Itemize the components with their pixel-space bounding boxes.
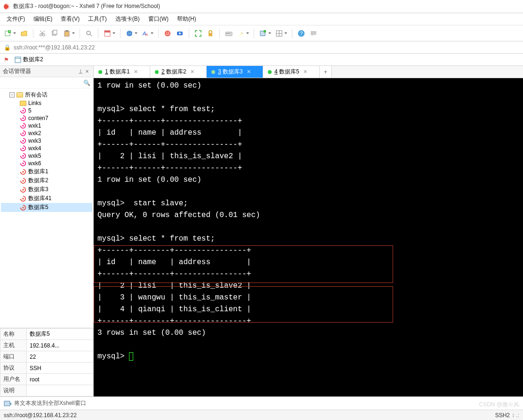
svg-rect-44 bbox=[4, 401, 10, 406]
broadcast-bar[interactable]: 将文本发送到全部Xshell窗口 bbox=[0, 396, 523, 410]
chat-button[interactable] bbox=[308, 28, 319, 39]
svg-point-33 bbox=[22, 125, 24, 127]
session-tree[interactable]: −所有会话Links5conten7wxk1wxk2wxk3wxk4wxk5wx… bbox=[0, 89, 93, 328]
svg-rect-30 bbox=[15, 57, 21, 63]
tree-item-label: 数据库5 bbox=[28, 203, 48, 211]
svg-point-19 bbox=[179, 32, 181, 34]
tab-close-button[interactable]: ✕ bbox=[303, 69, 307, 75]
highlight-button[interactable] bbox=[236, 28, 246, 39]
svg-point-39 bbox=[22, 171, 24, 173]
status-protocol: SSH2 bbox=[495, 412, 510, 419]
help-button[interactable]: ? bbox=[296, 28, 306, 39]
new-session-button[interactable]: + bbox=[3, 28, 13, 39]
tree-item[interactable]: wxk5 bbox=[1, 152, 92, 160]
flag-icon[interactable]: ⚑ bbox=[4, 57, 9, 63]
tree-item-label: 5 bbox=[28, 107, 32, 114]
keyboard-button[interactable] bbox=[224, 28, 234, 39]
tab[interactable]: 2 数据库2✕ bbox=[150, 66, 207, 78]
new-window-button[interactable] bbox=[258, 28, 268, 39]
tree-item[interactable]: wxk2 bbox=[1, 129, 92, 137]
tree-item-label: Links bbox=[28, 100, 41, 106]
menu-window[interactable]: 窗口(W) bbox=[145, 13, 172, 25]
bookmark-item[interactable]: 数据库2 bbox=[13, 55, 45, 65]
cut-button[interactable] bbox=[37, 28, 48, 39]
tree-item[interactable]: wxk4 bbox=[1, 145, 92, 152]
globe-button[interactable] bbox=[124, 28, 135, 39]
svg-rect-8 bbox=[64, 31, 69, 36]
tree-item[interactable]: wxk6 bbox=[1, 160, 92, 167]
tree-item[interactable]: 数据库5 bbox=[1, 203, 92, 212]
connection-dot-icon bbox=[98, 70, 102, 74]
tree-item[interactable]: 数据库1 bbox=[1, 167, 92, 176]
svg-rect-26 bbox=[264, 30, 266, 32]
session-icon bbox=[20, 160, 26, 167]
menu-view[interactable]: 查看(V) bbox=[57, 13, 83, 25]
lock-button[interactable] bbox=[205, 28, 216, 39]
tab-close-button[interactable]: ✕ bbox=[134, 69, 138, 75]
toolbar: + AA @ ? bbox=[0, 25, 523, 41]
broadcast-icon bbox=[4, 400, 11, 407]
properties-button[interactable] bbox=[102, 28, 113, 39]
tab-label: 2 数据库2 bbox=[161, 68, 186, 76]
tab[interactable]: 1 数据库1✕ bbox=[94, 66, 150, 78]
link-button[interactable] bbox=[175, 28, 185, 39]
properties-grid: 名称数据库5主机192.168.4...端口22协议SSH用户名root说明 bbox=[0, 328, 93, 396]
layout-button[interactable] bbox=[274, 28, 284, 39]
window-title: 数据库3 - root@bogon:~ - Xshell 7 (Free for… bbox=[13, 2, 160, 10]
tree-item[interactable]: 数据库2 bbox=[1, 176, 92, 185]
tree-item[interactable]: wxk1 bbox=[1, 122, 92, 129]
svg-rect-20 bbox=[209, 33, 212, 36]
tree-item[interactable]: Links bbox=[1, 99, 92, 107]
font-button[interactable]: AA bbox=[140, 28, 151, 39]
terminal[interactable]: 1 row in set (0.00 sec) mysql> select * … bbox=[94, 78, 523, 396]
broadcast-label: 将文本发送到全部Xshell窗口 bbox=[14, 399, 86, 407]
svg-point-35 bbox=[22, 140, 24, 142]
svg-point-34 bbox=[22, 132, 24, 134]
tab-close-button[interactable]: ✕ bbox=[190, 69, 194, 75]
tree-item[interactable]: conten7 bbox=[1, 114, 92, 122]
tab[interactable]: 3 数据库3✕ bbox=[207, 66, 263, 78]
session-icon bbox=[20, 145, 26, 152]
copy-button[interactable] bbox=[49, 28, 60, 39]
fullscreen-button[interactable] bbox=[193, 28, 203, 39]
menu-edit[interactable]: 编辑(E) bbox=[30, 13, 56, 25]
folder-icon bbox=[20, 101, 26, 106]
tree-item[interactable]: 数据库3 bbox=[1, 185, 92, 194]
panel-close-button[interactable]: × bbox=[84, 68, 90, 75]
status-bar: ssh://root@192.168.41.23:22 SSH2 ↕ .: bbox=[0, 410, 523, 420]
tree-item-label: 数据库2 bbox=[28, 177, 48, 185]
prop-key: 名称 bbox=[0, 329, 27, 340]
collapse-icon[interactable]: − bbox=[9, 92, 15, 97]
tree-item[interactable]: 5 bbox=[1, 107, 92, 114]
tab[interactable]: 4 数据库5✕ bbox=[263, 66, 320, 78]
svg-rect-22 bbox=[226, 33, 227, 34]
prop-value: 192.168.4... bbox=[27, 340, 93, 351]
menu-help[interactable]: 帮助(H) bbox=[173, 13, 200, 25]
tab-add-button[interactable]: + bbox=[320, 66, 332, 78]
at-button[interactable]: @ bbox=[162, 28, 173, 39]
tree-item[interactable]: wxk3 bbox=[1, 137, 92, 145]
search-icon[interactable]: 🔍 bbox=[83, 80, 90, 86]
search-button[interactable] bbox=[84, 28, 94, 39]
highlight-box-2 bbox=[94, 286, 393, 323]
menu-file[interactable]: 文件(F) bbox=[3, 13, 29, 25]
svg-point-41 bbox=[22, 189, 24, 191]
tree-root[interactable]: −所有会话 bbox=[1, 90, 92, 99]
open-button[interactable] bbox=[19, 28, 29, 39]
session-icon bbox=[20, 169, 26, 175]
separator bbox=[254, 29, 254, 38]
session-icon bbox=[20, 107, 26, 114]
paste-button[interactable] bbox=[62, 28, 72, 39]
address-text[interactable]: ssh://root:***@192.168.41.23:22 bbox=[14, 44, 95, 51]
tab-close-button[interactable]: ✕ bbox=[247, 69, 251, 75]
panel-pin-button[interactable]: ⊥ bbox=[77, 68, 84, 75]
svg-rect-21 bbox=[225, 32, 232, 36]
menu-tab[interactable]: 选项卡(B) bbox=[112, 13, 144, 25]
tree-item-label: wxk2 bbox=[28, 130, 41, 137]
separator bbox=[219, 29, 220, 38]
menu-tools[interactable]: 工具(T) bbox=[84, 13, 110, 25]
prop-value: root bbox=[27, 374, 93, 385]
separator bbox=[158, 29, 159, 38]
prop-key: 主机 bbox=[0, 340, 27, 351]
tree-item[interactable]: 数据库41 bbox=[1, 194, 92, 203]
